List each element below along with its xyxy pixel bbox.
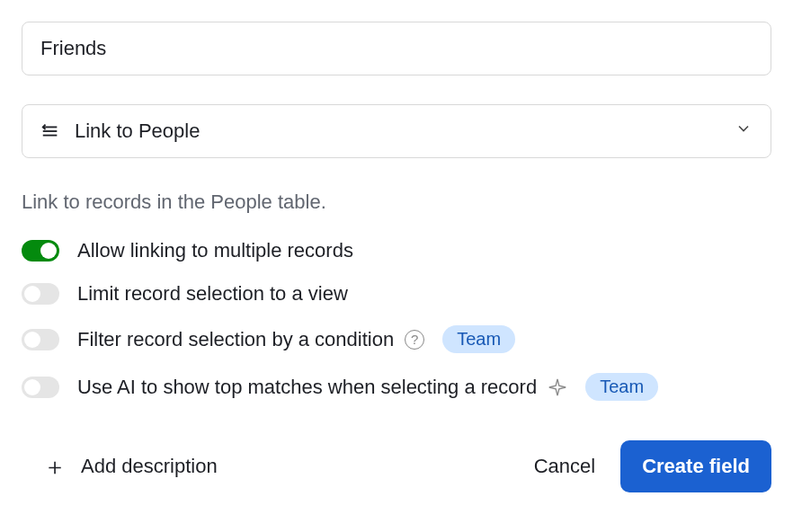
toggle-allow-multiple[interactable] xyxy=(22,240,59,262)
option-filter-condition: Filter record selection by a condition ?… xyxy=(22,325,771,353)
add-description-button[interactable]: ＋ Add description xyxy=(22,444,218,490)
field-type-select[interactable]: Link to People xyxy=(22,104,771,158)
create-field-button[interactable]: Create field xyxy=(620,440,771,492)
option-allow-multiple-label: Allow linking to multiple records xyxy=(77,239,353,262)
sparkle-icon xyxy=(548,377,567,397)
team-badge-filter: Team xyxy=(442,325,515,353)
chevron-down-icon xyxy=(735,120,753,143)
option-ai-matches: Use AI to show top matches when selectin… xyxy=(22,373,771,401)
options-section: Allow linking to multiple records Limit … xyxy=(22,239,771,401)
option-limit-view-label: Limit record selection to a view xyxy=(77,282,348,306)
team-badge-ai: Team xyxy=(585,373,658,401)
link-icon xyxy=(40,121,60,141)
add-description-label: Add description xyxy=(81,455,218,478)
option-ai-matches-label: Use AI to show top matches when selectin… xyxy=(77,376,537,399)
option-limit-view: Limit record selection to a view xyxy=(22,282,771,306)
cancel-button[interactable]: Cancel xyxy=(534,455,595,478)
footer: ＋ Add description Cancel Create field xyxy=(22,440,771,492)
help-icon[interactable]: ? xyxy=(405,330,424,350)
option-filter-condition-label: Filter record selection by a condition xyxy=(77,328,394,351)
plus-icon: ＋ xyxy=(43,451,67,483)
toggle-limit-view[interactable] xyxy=(22,283,59,305)
footer-actions: Cancel Create field xyxy=(534,440,771,492)
toggle-ai-matches[interactable] xyxy=(22,377,59,398)
field-type-description: Link to records in the People table. xyxy=(22,191,771,214)
option-allow-multiple: Allow linking to multiple records xyxy=(22,239,771,262)
field-type-label: Link to People xyxy=(75,120,200,143)
field-name-input[interactable] xyxy=(22,22,771,75)
toggle-filter-condition[interactable] xyxy=(22,329,59,350)
